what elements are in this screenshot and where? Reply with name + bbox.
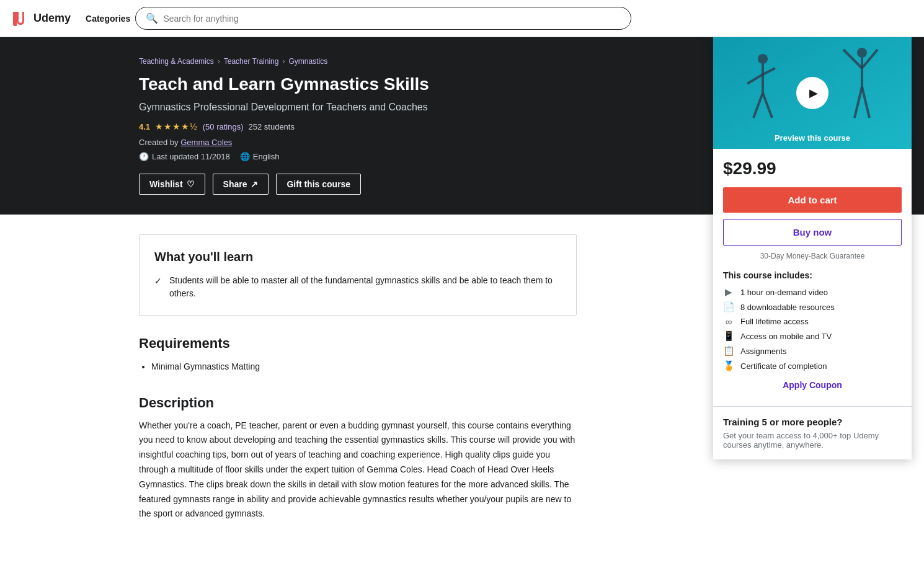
search-icon: 🔍	[146, 12, 158, 24]
certificate-icon: 🏅	[723, 360, 734, 371]
created-by: Created by Gemma Coles	[139, 138, 577, 147]
action-buttons: Wishlist ♡ Share ↗ Gift this course	[139, 174, 577, 195]
rating-row: 4.1 ★★★★½ (50 ratings) 252 students	[139, 122, 577, 131]
share-icon: ↗	[251, 179, 258, 189]
description-text: Whether you're a coach, PE teacher, pare…	[139, 419, 577, 522]
preview-label: Preview this course	[775, 133, 850, 143]
udemy-logo-icon	[10, 9, 30, 29]
includes-list: ▶ 1 hour on-demand video 📄 8 downloadabl…	[723, 286, 902, 371]
rating-count: (50 ratings)	[203, 122, 244, 131]
globe-icon: 🌐	[240, 152, 250, 161]
includes-item-assignments: 📋 Assignments	[723, 345, 902, 357]
money-back-guarantee: 30-Day Money-Back Guarantee	[723, 252, 902, 260]
last-updated: 🕐 Last updated 11/2018	[139, 152, 230, 161]
breadcrumb-sep-1: ›	[218, 57, 220, 66]
requirements-section: Requirements Minimal Gymnastics Matting	[139, 335, 577, 375]
share-button[interactable]: Share ↗	[213, 174, 269, 195]
training-section: Training 5 or more people? Get your team…	[713, 406, 912, 459]
logo-text: Udemy	[33, 12, 71, 25]
description-section: Description Whether you're a coach, PE t…	[139, 395, 577, 522]
clock-icon: 🕐	[139, 152, 149, 161]
search-bar: 🔍	[135, 7, 631, 30]
includes-item-video: ▶ 1 hour on-demand video	[723, 286, 902, 298]
apply-coupon-section: Apply Coupon	[723, 380, 902, 390]
learn-title: What you'll learn	[154, 250, 561, 264]
training-title: Training 5 or more people?	[723, 417, 902, 427]
language: 🌐 English	[240, 152, 280, 161]
add-to-cart-button[interactable]: Add to cart	[723, 187, 902, 213]
includes-item-mobile: 📱 Access on mobile and TV	[723, 330, 902, 342]
stars: ★★★★½	[155, 122, 198, 131]
requirements-list: Minimal Gymnastics Matting	[139, 359, 577, 375]
includes-item-resources: 📄 8 downloadable resources	[723, 301, 902, 313]
requirement-item-0: Minimal Gymnastics Matting	[151, 359, 577, 375]
breadcrumb-sep-2: ›	[282, 57, 285, 66]
hero-inner: Teaching & Academics › Teacher Training …	[124, 57, 800, 195]
svg-point-8	[857, 48, 867, 58]
checkmark-icon: ✓	[154, 275, 162, 288]
card-preview[interactable]: Preview this course	[713, 37, 912, 149]
svg-point-2	[758, 54, 768, 64]
learn-item-0: ✓ Students will be able to master all of…	[154, 274, 561, 300]
play-button[interactable]	[796, 77, 828, 109]
course-price: $29.99	[723, 159, 902, 179]
logo[interactable]: Udemy	[10, 9, 71, 29]
includes-item-certificate: 🏅 Certificate of completion	[723, 360, 902, 371]
instructor-link[interactable]: Gemma Coles	[180, 138, 232, 147]
wishlist-button[interactable]: Wishlist ♡	[139, 174, 205, 195]
wishlist-label: Wishlist	[149, 179, 183, 189]
course-title: Teach and Learn Gymnastics Skills	[139, 73, 577, 95]
meta-row: 🕐 Last updated 11/2018 🌐 English	[139, 152, 577, 161]
buy-now-button[interactable]: Buy now	[723, 219, 902, 246]
course-card: Preview this course $29.99 Add to cart B…	[713, 37, 912, 459]
video-icon: ▶	[723, 286, 734, 298]
gift-button[interactable]: Gift this course	[276, 174, 361, 195]
includes-item-lifetime: ∞ Full lifetime access	[723, 316, 902, 327]
learn-item-text: Students will be able to master all of t…	[169, 274, 561, 300]
main-content: What you'll learn ✓ Students will be abl…	[124, 215, 800, 561]
share-label: Share	[223, 179, 247, 189]
heart-icon: ♡	[187, 179, 195, 189]
hero-wrapper: Teaching & Academics › Teacher Training …	[0, 37, 924, 215]
download-icon: 📄	[723, 301, 734, 313]
card-body: $29.99 Add to cart Buy now 30-Day Money-…	[713, 149, 912, 400]
includes-title: This course includes:	[723, 270, 902, 280]
description-title: Description	[139, 395, 577, 411]
training-desc: Get your team access to 4,000+ top Udemy…	[723, 431, 902, 450]
breadcrumb-teaching[interactable]: Teaching & Academics	[139, 57, 214, 66]
students-count: 252 students	[249, 122, 295, 131]
header: Udemy Categories 🔍	[0, 0, 924, 37]
breadcrumb: Teaching & Academics › Teacher Training …	[139, 57, 577, 66]
assignments-icon: 📋	[723, 345, 734, 357]
learn-section: What you'll learn ✓ Students will be abl…	[139, 234, 577, 316]
search-input[interactable]	[163, 14, 621, 24]
categories-button[interactable]: Categories	[81, 14, 135, 24]
requirements-title: Requirements	[139, 335, 577, 352]
gift-label: Gift this course	[287, 179, 350, 189]
mobile-icon: 📱	[723, 330, 734, 342]
breadcrumb-gymnastics[interactable]: Gymnastics	[288, 57, 327, 66]
rating-number: 4.1	[139, 122, 150, 131]
course-subtitle: Gymnastics Professional Development for …	[139, 102, 577, 113]
infinity-icon: ∞	[723, 316, 734, 327]
apply-coupon-link[interactable]: Apply Coupon	[783, 380, 842, 390]
breadcrumb-teacher-training[interactable]: Teacher Training	[224, 57, 279, 66]
